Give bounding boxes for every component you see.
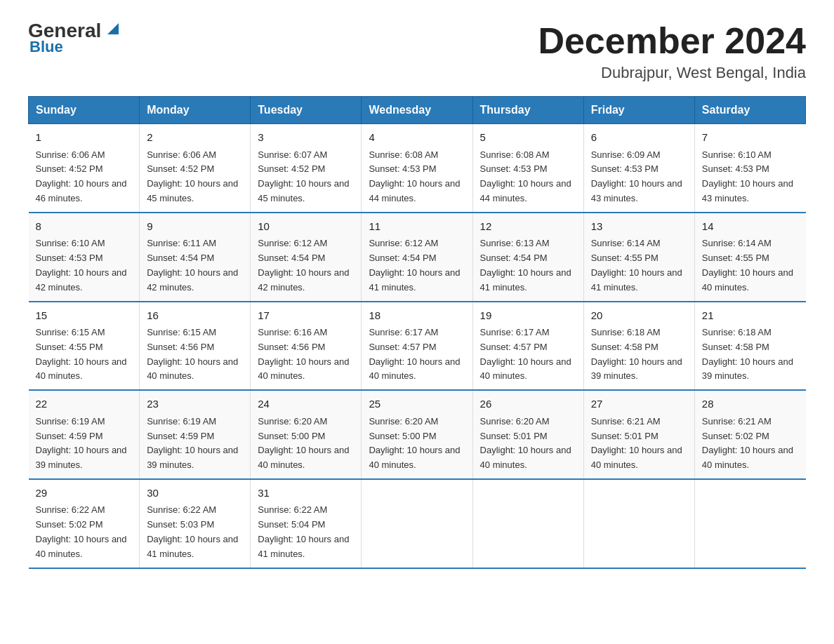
- day-info: Sunrise: 6:15 AMSunset: 4:55 PMDaylight:…: [36, 326, 133, 384]
- day-number: 8: [36, 219, 133, 235]
- calendar-header-row: Sunday Monday Tuesday Wednesday Thursday…: [29, 97, 806, 124]
- calendar-cell: [583, 479, 694, 568]
- calendar-cell: 1Sunrise: 6:06 AMSunset: 4:52 PMDaylight…: [29, 124, 140, 213]
- day-info: Sunrise: 6:17 AMSunset: 4:57 PMDaylight:…: [480, 326, 576, 384]
- day-number: 20: [591, 308, 687, 324]
- day-number: 4: [369, 130, 465, 146]
- day-info: Sunrise: 6:06 AMSunset: 4:52 PMDaylight:…: [147, 148, 243, 206]
- calendar-week-row: 8Sunrise: 6:10 AMSunset: 4:53 PMDaylight…: [29, 213, 806, 302]
- month-title: December 2024: [538, 21, 806, 61]
- day-info: Sunrise: 6:19 AMSunset: 4:59 PMDaylight:…: [36, 415, 133, 473]
- day-info: Sunrise: 6:16 AMSunset: 4:56 PMDaylight:…: [258, 326, 354, 384]
- day-info: Sunrise: 6:20 AMSunset: 5:01 PMDaylight:…: [480, 415, 576, 473]
- day-info: Sunrise: 6:22 AMSunset: 5:04 PMDaylight:…: [258, 503, 354, 561]
- day-number: 18: [369, 308, 465, 324]
- calendar-cell: [472, 479, 583, 568]
- day-info: Sunrise: 6:08 AMSunset: 4:53 PMDaylight:…: [480, 148, 576, 206]
- calendar-cell: 23Sunrise: 6:19 AMSunset: 4:59 PMDayligh…: [140, 390, 251, 479]
- day-info: Sunrise: 6:20 AMSunset: 5:00 PMDaylight:…: [369, 415, 465, 473]
- day-info: Sunrise: 6:12 AMSunset: 4:54 PMDaylight:…: [369, 236, 465, 295]
- calendar-week-row: 22Sunrise: 6:19 AMSunset: 4:59 PMDayligh…: [29, 390, 806, 479]
- day-number: 15: [36, 308, 133, 324]
- day-info: Sunrise: 6:11 AMSunset: 4:54 PMDaylight:…: [147, 236, 243, 295]
- calendar-cell: 11Sunrise: 6:12 AMSunset: 4:54 PMDayligh…: [362, 213, 472, 302]
- day-number: 5: [480, 130, 576, 146]
- calendar-cell: 29Sunrise: 6:22 AMSunset: 5:02 PMDayligh…: [29, 479, 140, 568]
- day-number: 30: [147, 485, 243, 502]
- day-info: Sunrise: 6:14 AMSunset: 4:55 PMDaylight:…: [702, 236, 799, 295]
- day-number: 1: [36, 130, 133, 146]
- calendar-week-row: 29Sunrise: 6:22 AMSunset: 5:02 PMDayligh…: [29, 479, 806, 568]
- calendar-cell: 27Sunrise: 6:21 AMSunset: 5:01 PMDayligh…: [583, 390, 694, 479]
- calendar-cell: 10Sunrise: 6:12 AMSunset: 4:54 PMDayligh…: [251, 213, 362, 302]
- calendar-cell: 2Sunrise: 6:06 AMSunset: 4:52 PMDaylight…: [140, 124, 251, 213]
- calendar-cell: 18Sunrise: 6:17 AMSunset: 4:57 PMDayligh…: [362, 302, 472, 391]
- day-number: 29: [36, 485, 133, 502]
- page-header: General Blue December 2024 Dubrajpur, We…: [28, 21, 806, 82]
- calendar-week-row: 1Sunrise: 6:06 AMSunset: 4:52 PMDaylight…: [29, 124, 806, 213]
- day-info: Sunrise: 6:18 AMSunset: 4:58 PMDaylight:…: [702, 326, 799, 384]
- day-info: Sunrise: 6:10 AMSunset: 4:53 PMDaylight:…: [36, 236, 133, 295]
- day-info: Sunrise: 6:17 AMSunset: 4:57 PMDaylight:…: [369, 326, 465, 384]
- calendar-table: Sunday Monday Tuesday Wednesday Thursday…: [28, 96, 806, 568]
- calendar-cell: 14Sunrise: 6:14 AMSunset: 4:55 PMDayligh…: [694, 213, 805, 302]
- calendar-cell: 28Sunrise: 6:21 AMSunset: 5:02 PMDayligh…: [694, 390, 805, 479]
- day-info: Sunrise: 6:10 AMSunset: 4:53 PMDaylight:…: [702, 148, 799, 206]
- day-number: 26: [480, 396, 576, 412]
- calendar-cell: 21Sunrise: 6:18 AMSunset: 4:58 PMDayligh…: [694, 302, 805, 391]
- logo: General Blue: [28, 21, 119, 56]
- day-number: 11: [369, 219, 465, 235]
- calendar-cell: 22Sunrise: 6:19 AMSunset: 4:59 PMDayligh…: [29, 390, 140, 479]
- col-friday: Friday: [583, 97, 694, 124]
- day-info: Sunrise: 6:07 AMSunset: 4:52 PMDaylight:…: [258, 148, 354, 206]
- svg-marker-0: [107, 23, 119, 34]
- day-info: Sunrise: 6:21 AMSunset: 5:02 PMDaylight:…: [702, 415, 799, 473]
- calendar-cell: 31Sunrise: 6:22 AMSunset: 5:04 PMDayligh…: [251, 479, 362, 568]
- calendar-cell: 19Sunrise: 6:17 AMSunset: 4:57 PMDayligh…: [472, 302, 583, 391]
- day-number: 16: [147, 308, 243, 324]
- calendar-cell: 13Sunrise: 6:14 AMSunset: 4:55 PMDayligh…: [583, 213, 694, 302]
- col-saturday: Saturday: [694, 97, 805, 124]
- day-number: 28: [702, 396, 799, 412]
- calendar-cell: 25Sunrise: 6:20 AMSunset: 5:00 PMDayligh…: [362, 390, 472, 479]
- day-number: 7: [702, 130, 799, 146]
- day-number: 13: [591, 219, 687, 235]
- calendar-cell: 9Sunrise: 6:11 AMSunset: 4:54 PMDaylight…: [140, 213, 251, 302]
- day-number: 2: [147, 130, 243, 146]
- day-number: 12: [480, 219, 576, 235]
- day-info: Sunrise: 6:20 AMSunset: 5:00 PMDaylight:…: [258, 415, 354, 473]
- calendar-cell: 16Sunrise: 6:15 AMSunset: 4:56 PMDayligh…: [140, 302, 251, 391]
- day-number: 14: [702, 219, 799, 235]
- calendar-cell: 30Sunrise: 6:22 AMSunset: 5:03 PMDayligh…: [140, 479, 251, 568]
- day-number: 25: [369, 396, 465, 412]
- day-info: Sunrise: 6:12 AMSunset: 4:54 PMDaylight:…: [258, 236, 354, 295]
- calendar-cell: 17Sunrise: 6:16 AMSunset: 4:56 PMDayligh…: [251, 302, 362, 391]
- col-wednesday: Wednesday: [362, 97, 472, 124]
- day-number: 27: [591, 396, 687, 412]
- day-info: Sunrise: 6:21 AMSunset: 5:01 PMDaylight:…: [591, 415, 687, 473]
- calendar-cell: [694, 479, 805, 568]
- day-info: Sunrise: 6:22 AMSunset: 5:03 PMDaylight:…: [147, 503, 243, 561]
- day-number: 3: [258, 130, 354, 146]
- logo-subtitle: Blue: [29, 38, 63, 56]
- day-info: Sunrise: 6:14 AMSunset: 4:55 PMDaylight:…: [591, 236, 687, 295]
- col-tuesday: Tuesday: [251, 97, 362, 124]
- day-info: Sunrise: 6:08 AMSunset: 4:53 PMDaylight:…: [369, 148, 465, 206]
- day-number: 24: [258, 396, 354, 412]
- calendar-cell: 6Sunrise: 6:09 AMSunset: 4:53 PMDaylight…: [583, 124, 694, 213]
- calendar-cell: 12Sunrise: 6:13 AMSunset: 4:54 PMDayligh…: [472, 213, 583, 302]
- calendar-cell: 15Sunrise: 6:15 AMSunset: 4:55 PMDayligh…: [29, 302, 140, 391]
- calendar-cell: 8Sunrise: 6:10 AMSunset: 4:53 PMDaylight…: [29, 213, 140, 302]
- calendar-cell: 7Sunrise: 6:10 AMSunset: 4:53 PMDaylight…: [694, 124, 805, 213]
- calendar-cell: 24Sunrise: 6:20 AMSunset: 5:00 PMDayligh…: [251, 390, 362, 479]
- day-info: Sunrise: 6:15 AMSunset: 4:56 PMDaylight:…: [147, 326, 243, 384]
- day-number: 9: [147, 219, 243, 235]
- col-sunday: Sunday: [29, 97, 140, 124]
- day-info: Sunrise: 6:18 AMSunset: 4:58 PMDaylight:…: [591, 326, 687, 384]
- day-info: Sunrise: 6:13 AMSunset: 4:54 PMDaylight:…: [480, 236, 576, 295]
- col-thursday: Thursday: [472, 97, 583, 124]
- day-info: Sunrise: 6:19 AMSunset: 4:59 PMDaylight:…: [147, 415, 243, 473]
- day-number: 21: [702, 308, 799, 324]
- title-block: December 2024 Dubrajpur, West Bengal, In…: [538, 21, 806, 82]
- day-number: 10: [258, 219, 354, 235]
